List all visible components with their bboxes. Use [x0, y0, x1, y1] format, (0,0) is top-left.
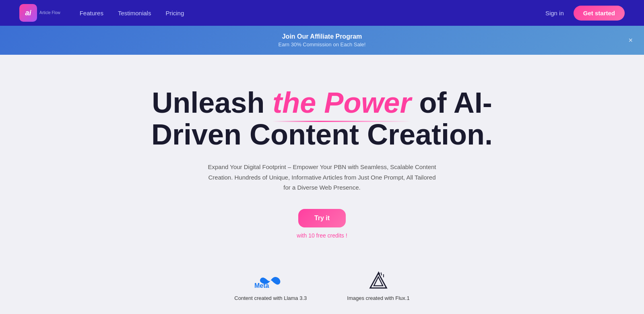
banner-title: Join Our Affiliate Program: [282, 33, 362, 40]
headline-part1: Unleash: [152, 87, 272, 119]
flux-svg-icon: [369, 271, 388, 290]
meta-logo-icon: Meta: [261, 271, 280, 290]
svg-text:Meta: Meta: [254, 282, 269, 289]
partner-logos: Meta Content created with Llama 3.3: [234, 263, 409, 314]
hero-headline: Unleash the Power of AI-Driven Content C…: [141, 87, 503, 151]
flux-logo-item: Images created with Flux.1: [347, 271, 409, 302]
banner-subtitle: Earn 30% Commission on Each Sale!: [279, 41, 366, 48]
nav-testimonials[interactable]: Testimonials: [118, 10, 151, 17]
flux-logo-icon: [369, 271, 388, 290]
nav-pricing[interactable]: Pricing: [165, 10, 184, 17]
nav-features[interactable]: Features: [80, 10, 103, 17]
nav-links: Features Testimonials Pricing: [80, 10, 545, 17]
logo-icon: ai: [19, 4, 37, 22]
sign-in-link[interactable]: Sign in: [545, 10, 564, 17]
navbar: ai Article Flow Features Testimonials Pr…: [0, 0, 644, 26]
nav-right: Sign in Get started: [545, 6, 625, 21]
meta-svg-icon: Meta: [254, 273, 287, 289]
headline-highlight: the Power: [272, 87, 411, 119]
logo[interactable]: ai Article Flow: [19, 4, 60, 22]
affiliate-banner: Join Our Affiliate Program Earn 30% Comm…: [0, 26, 644, 55]
logo-text: Article Flow: [39, 10, 60, 15]
svg-line-4: [381, 273, 382, 275]
flux-logo-text: Images created with Flux.1: [347, 294, 409, 302]
hero-section: Unleash the Power of AI-Driven Content C…: [0, 55, 644, 314]
meta-logo-item: Meta Content created with Llama 3.3: [234, 271, 307, 302]
hero-subtext: Expand Your Digital Footprint – Empower …: [205, 162, 439, 193]
free-credits-label: with 10 free credits !: [297, 232, 347, 239]
try-it-button[interactable]: Try it: [298, 209, 346, 227]
get-started-button[interactable]: Get started: [574, 6, 625, 21]
banner-close-button[interactable]: ×: [628, 36, 633, 45]
meta-icon-group: Meta: [254, 273, 287, 289]
meta-logo-text: Content created with Llama 3.3: [234, 294, 307, 302]
